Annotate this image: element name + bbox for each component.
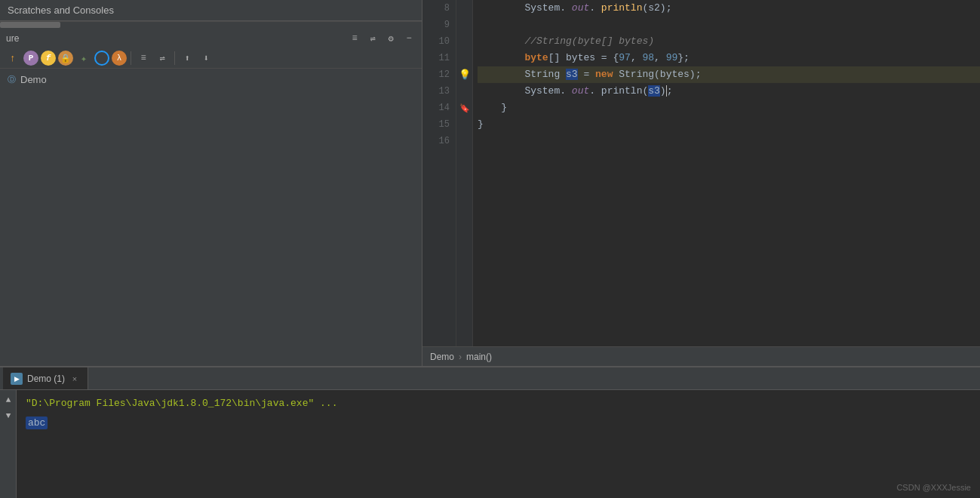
gutter-10 — [456, 33, 472, 50]
line-num-16: 16 — [422, 133, 450, 149]
line-num-15: 15 — [422, 116, 450, 133]
breadcrumb-sep: › — [459, 352, 462, 362]
settings-icon[interactable]: ⚙ — [382, 30, 399, 47]
circle-icon[interactable] — [94, 51, 109, 66]
code-content[interactable]: System. out. println(s2); //String(byte[… — [473, 0, 980, 346]
console-tab-bar: ▶ Demo (1) × — [0, 367, 980, 390]
line-num-13: 13 — [422, 83, 450, 100]
line-numbers: 8 9 10 11 12 13 14 15 16 — [422, 0, 456, 346]
code-line-10: //String(byte[] bytes) — [478, 33, 980, 50]
console-result: abc — [26, 417, 971, 429]
code-editor: 8 9 10 11 12 13 14 15 16 💡 🔖 — [422, 0, 980, 366]
sort2-icon[interactable]: ⇌ — [154, 50, 171, 66]
align2-icon[interactable]: ⇌ — [364, 30, 381, 47]
scroll-up-icon[interactable]: ▲ — [2, 393, 15, 407]
console-command: "D:\Program Files\Java\jdk1.8.0_172\bin\… — [26, 396, 971, 411]
demo-label: Demo — [20, 74, 47, 85]
gutter-8 — [456, 0, 472, 17]
f-icon[interactable]: f — [41, 51, 56, 66]
left-sidebar: Scratches and Consoles ure ≡ ⇌ ⚙ − ↑ P f… — [0, 0, 422, 366]
code-line-14: } — [478, 100, 980, 116]
align-icon[interactable]: ≡ — [346, 30, 363, 47]
lambda-icon[interactable]: λ — [112, 51, 127, 66]
gutter-11 — [456, 50, 472, 66]
gutter-16 — [456, 133, 472, 149]
line-num-14: 14 — [422, 100, 450, 116]
console-left-tools: ▲ ▼ — [0, 390, 17, 498]
arrow-up-icon[interactable]: ↑ — [5, 50, 21, 66]
scratches-title: Scratches and Consoles — [0, 0, 422, 21]
tree-item-demo[interactable]: Ⓓ Demo — [0, 72, 422, 88]
breadcrumb-bar: Demo › main() — [422, 346, 980, 366]
console-close-button[interactable]: × — [69, 374, 80, 384]
move-down-icon[interactable]: ⬇ — [198, 50, 214, 66]
demo-icon: Ⓓ — [8, 74, 16, 85]
gutter-13 — [456, 83, 472, 100]
gutter-icons: 💡 🔖 — [456, 0, 473, 346]
breadcrumb-method[interactable]: main() — [466, 352, 492, 362]
gutter-9 — [456, 17, 472, 33]
console-panel: ▶ Demo (1) × ▲ ▼ "D:\Program Files\Java\… — [0, 366, 980, 498]
line-num-10: 10 — [422, 33, 450, 50]
code-line-8: System. out. println(s2); — [478, 0, 980, 17]
tree-content: Ⓓ Demo — [0, 69, 422, 366]
filter-toolbar: ↑ P f 🔒 ✦ λ ≡ ⇌ ⬆ ⬇ — [0, 48, 422, 69]
console-output-text: abc — [26, 417, 48, 429]
console-with-tools: ▲ ▼ "D:\Program Files\Java\jdk1.8.0_172\… — [0, 390, 980, 498]
code-line-16 — [478, 133, 980, 149]
line-num-11: 11 — [422, 50, 450, 66]
code-line-9 — [478, 17, 980, 33]
console-tab-label: Demo (1) — [27, 374, 65, 384]
code-line-12: String s3 = new String(bytes); — [478, 66, 980, 83]
line-num-9: 9 — [422, 17, 450, 33]
branch-icon[interactable]: ✦ — [75, 50, 92, 66]
line-num-12: 12 — [422, 66, 450, 83]
console-tab-demo[interactable]: ▶ Demo (1) × — [3, 367, 88, 389]
watermark: CSDN @XXXJessie — [896, 483, 971, 492]
line-num-8: 8 — [422, 0, 450, 17]
toolbar-sep-2 — [174, 51, 175, 65]
sort-icon[interactable]: ≡ — [135, 50, 152, 66]
code-area: 8 9 10 11 12 13 14 15 16 💡 🔖 — [422, 0, 980, 346]
code-line-13: System. out. println(s3); — [478, 83, 980, 100]
toolbar-sep-1 — [131, 51, 131, 65]
gutter-12: 💡 — [456, 66, 472, 83]
code-line-11: byte[] bytes = {97, 98, 99}; — [478, 50, 980, 66]
console-tab-icon: ▶ — [11, 373, 23, 385]
move-up-icon[interactable]: ⬆ — [179, 50, 195, 66]
gutter-15 — [456, 116, 472, 133]
gutter-14: 🔖 — [456, 100, 472, 116]
p-icon[interactable]: P — [23, 51, 38, 66]
sidebar-scrollbar[interactable] — [0, 21, 422, 27]
scroll-down-icon[interactable]: ▼ — [2, 409, 15, 423]
console-body: "D:\Program Files\Java\jdk1.8.0_172\bin\… — [17, 390, 980, 498]
lock-icon[interactable]: 🔒 — [58, 51, 73, 66]
top-panel: Scratches and Consoles ure ≡ ⇌ ⚙ − ↑ P f… — [0, 0, 980, 366]
breadcrumb-class[interactable]: Demo — [430, 352, 454, 362]
code-line-15: } — [478, 116, 980, 133]
structure-label: ure — [6, 33, 19, 44]
minimize-icon[interactable]: − — [401, 30, 417, 47]
